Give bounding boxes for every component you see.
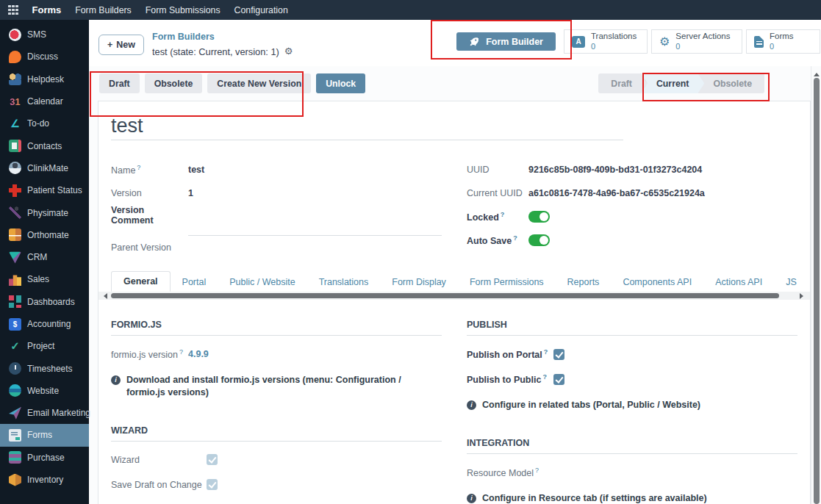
calendar-app-icon: 31: [9, 96, 21, 108]
horizontal-scrollbar-thumb[interactable]: [111, 293, 779, 298]
sidebar-item-purchase[interactable]: Purchase: [0, 447, 89, 469]
field-label: formio.js version?: [111, 348, 188, 360]
help-marker: ?: [179, 348, 183, 356]
stage-current[interactable]: Current: [641, 73, 704, 93]
app-name[interactable]: Forms: [32, 4, 62, 15]
tab-form-display[interactable]: Form Display: [380, 273, 458, 292]
sidebar-item-accounting[interactable]: $Accounting: [0, 313, 89, 335]
record-title-input[interactable]: test: [111, 115, 797, 137]
stat-button-translations[interactable]: A Translations 0: [564, 29, 648, 54]
tab-js-options[interactable]: JS Options: [774, 273, 797, 292]
create-new-version-button[interactable]: Create New Version: [207, 73, 311, 93]
field-locked: Locked?: [467, 205, 797, 228]
title-underline: [111, 140, 623, 140]
orthomate-app-icon: [9, 228, 21, 241]
sidebar-item-website[interactable]: Website: [0, 380, 89, 402]
wizard-checkbox: [207, 454, 218, 465]
sidebar-item-dashboards[interactable]: Dashboards: [0, 291, 89, 313]
project-app-icon: ✓: [9, 340, 21, 353]
tab-general[interactable]: General: [111, 271, 171, 292]
sidebar-item-orthomate[interactable]: Orthomate: [0, 224, 89, 246]
stage-widget: Draft Current Obsolete: [598, 73, 764, 93]
sidebar-item-todo[interactable]: ∠To-do: [0, 112, 89, 134]
field-version-comment: Version Comment: [111, 205, 442, 236]
inventory-app-icon: [9, 474, 21, 486]
locked-toggle[interactable]: [528, 211, 550, 223]
patient-status-app-icon: [9, 184, 21, 197]
horizontal-scrollbar[interactable]: [98, 292, 810, 300]
sidebar-item-contacts[interactable]: Contacts: [0, 134, 89, 156]
sales-app-icon: [9, 273, 21, 286]
sms-app-icon: [9, 29, 21, 41]
menu-form-submissions[interactable]: Form Submissions: [146, 5, 221, 15]
sections-right-column: PUBLISH Publish on Portal? Publish to Pu…: [467, 320, 797, 504]
scroll-right-icon[interactable]: [800, 293, 806, 299]
auto-save-toggle[interactable]: [528, 234, 550, 246]
unlock-button[interactable]: Unlock: [316, 73, 365, 93]
form-builder-button[interactable]: Form Builder: [456, 32, 556, 51]
apps-menu-button[interactable]: [8, 5, 18, 15]
obsolete-button[interactable]: Obsolete: [145, 73, 203, 93]
field-label: Name?: [111, 164, 188, 176]
new-button[interactable]: + New: [98, 35, 144, 55]
sidebar-item-physimate[interactable]: Physimate: [0, 201, 89, 223]
physimate-app-icon: [9, 206, 21, 219]
sidebar-item-patient-status[interactable]: Patient Status: [0, 179, 89, 201]
email-marketing-app-icon: [9, 407, 21, 420]
tab-actions-api[interactable]: Actions API: [703, 273, 774, 292]
scroll-left-icon[interactable]: [101, 293, 107, 299]
field-label: UUID: [467, 165, 528, 175]
stage-draft[interactable]: Draft: [598, 73, 645, 93]
menu-configuration[interactable]: Configuration: [234, 5, 288, 15]
version-comment-input[interactable]: [188, 205, 442, 236]
field-label: Save Draft on Change: [111, 480, 207, 490]
tab-components-api[interactable]: Components API: [611, 273, 703, 292]
sidebar-item-email-marketing[interactable]: Email Marketing: [0, 402, 89, 424]
publish-to-public-checkbox[interactable]: [553, 374, 564, 385]
todo-app-icon: ∠: [9, 118, 21, 130]
vertical-scrollbar[interactable]: [811, 66, 821, 504]
tab-form-permissions[interactable]: Form Permissions: [458, 273, 556, 292]
name-input[interactable]: test: [188, 165, 204, 175]
sidebar-item-crm[interactable]: CRM: [0, 246, 89, 268]
section-heading-formio: FORMIO.JS: [111, 320, 442, 336]
fields-left-column: Name? test Version 1 Version Comment Par…: [111, 158, 442, 259]
breadcrumb-parent[interactable]: Form Builders: [152, 30, 293, 44]
sidebar-item-project[interactable]: ✓Project: [0, 335, 89, 357]
tab-public-website[interactable]: Public / Website: [218, 273, 306, 292]
gear-icon[interactable]: ⚙: [284, 44, 293, 59]
field-label: Version: [111, 188, 188, 198]
sidebar-item-calendar[interactable]: 31Calendar: [0, 90, 89, 112]
current-uuid-value: a61c0816-7478-4a96-ba67-c6535c21924a: [528, 188, 705, 198]
dashboards-app-icon: [9, 295, 21, 308]
sidebar-item-inventory[interactable]: Inventory: [0, 469, 89, 491]
formio-version-link[interactable]: 4.9.9: [188, 349, 209, 359]
stat-button-forms[interactable]: Forms 0: [746, 29, 820, 54]
scroll-up-icon[interactable]: [814, 70, 820, 76]
stat-button-group: A Translations 0 ⚙ Server Actions 0: [564, 29, 820, 54]
field-name: Name? test: [111, 158, 442, 181]
publish-on-portal-checkbox[interactable]: [553, 349, 564, 360]
field-auto-save: Auto Save?: [467, 228, 797, 252]
general-tab-content: FORMIO.JS formio.js version? 4.9.9 i Dow…: [111, 320, 797, 504]
tab-translations[interactable]: Translations: [307, 273, 381, 292]
tab-reports[interactable]: Reports: [556, 273, 612, 292]
top-navbar: Forms Form Builders Form Submissions Con…: [0, 0, 821, 20]
sidebar-item-discuss[interactable]: Discuss: [0, 46, 89, 68]
tab-portal[interactable]: Portal: [171, 273, 218, 292]
menu-form-builders[interactable]: Form Builders: [75, 5, 132, 15]
stat-button-server-actions[interactable]: ⚙ Server Actions 0: [651, 29, 742, 54]
draft-button[interactable]: Draft: [99, 73, 140, 93]
field-publish-to-public: Publish to Public?: [467, 367, 797, 392]
stage-obsolete[interactable]: Obsolete: [700, 73, 764, 93]
section-heading-integration: INTEGRATION: [467, 438, 797, 454]
vertical-scrollbar-thumb[interactable]: [814, 78, 820, 504]
sidebar-item-sms[interactable]: SMS: [0, 24, 89, 46]
sidebar-item-timesheets[interactable]: Timesheets: [0, 357, 89, 379]
form-statusbar: Draft Obsolete Create New Version Unlock…: [89, 66, 811, 101]
field-label: Current UUID: [467, 188, 528, 198]
sidebar-item-forms[interactable]: Forms: [0, 424, 89, 446]
sidebar-item-clinikmate[interactable]: ClinikMate: [0, 157, 89, 179]
sidebar-item-helpdesk[interactable]: Helpdesk: [0, 68, 89, 90]
sidebar-item-sales[interactable]: Sales: [0, 268, 89, 290]
